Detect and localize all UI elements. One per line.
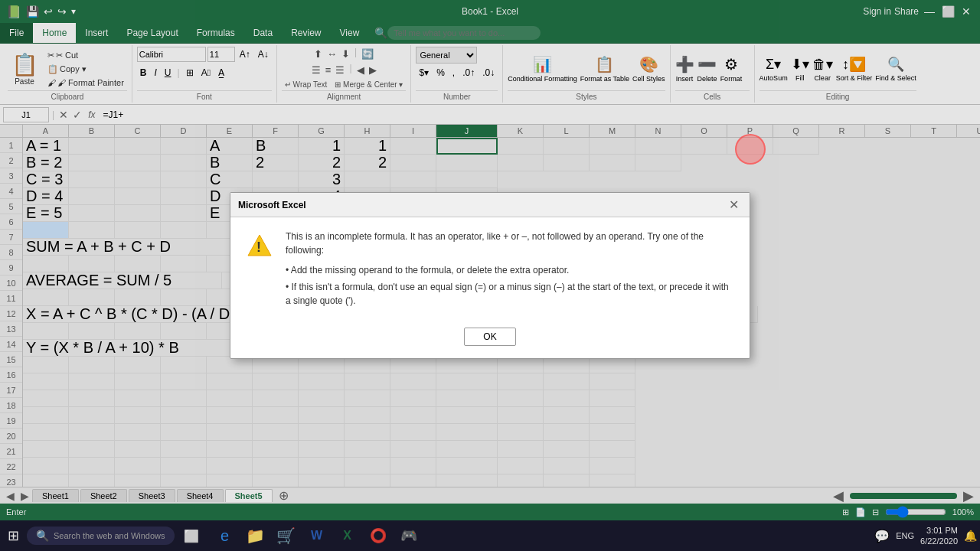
- dialog-bullet1: • Add the missing operand to the formula…: [286, 263, 734, 277]
- dialog-text-area: This is an incomplete formula. It has an…: [286, 230, 734, 308]
- error-dialog: Microsoft Excel ✕ ! This is an incomplet…: [230, 192, 750, 359]
- dialog-body: ! This is an incomplete formula. It has …: [230, 217, 750, 320]
- dialog-bullet2: • If this isn't a formula, don't use an …: [286, 280, 734, 308]
- dialog-footer: OK: [230, 320, 750, 358]
- dialog-content: ! This is an incomplete formula. It has …: [246, 230, 734, 308]
- dialog-main-message: This is an incomplete formula. It has an…: [286, 230, 734, 257]
- dialog-close-button[interactable]: ✕: [726, 197, 742, 212]
- warning-icon: !: [246, 233, 273, 266]
- dialog-overlay: Microsoft Excel ✕ ! This is an incomplet…: [0, 0, 980, 551]
- dialog-title: Microsoft Excel: [238, 200, 306, 210]
- dialog-ok-button[interactable]: OK: [464, 328, 515, 346]
- svg-text:!: !: [256, 240, 261, 255]
- dialog-title-bar: Microsoft Excel ✕: [230, 193, 750, 217]
